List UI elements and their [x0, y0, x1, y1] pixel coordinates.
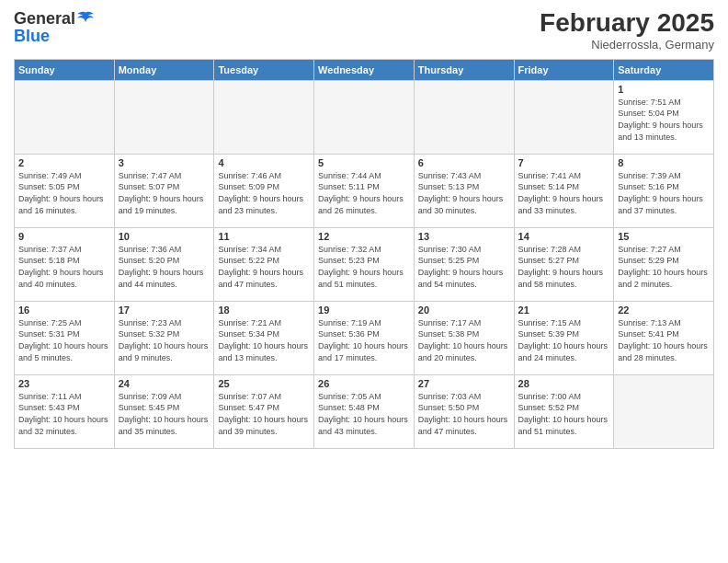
calendar-day-cell: 25Sunrise: 7:07 AMSunset: 5:47 PMDayligh…: [214, 374, 314, 448]
day-number: 9: [18, 231, 110, 242]
calendar-day-cell: [214, 80, 314, 154]
calendar-day-cell: 22Sunrise: 7:13 AMSunset: 5:41 PMDayligh…: [614, 301, 714, 374]
calendar-week-row: 23Sunrise: 7:11 AMSunset: 5:43 PMDayligh…: [15, 374, 714, 448]
day-number: 6: [418, 157, 510, 168]
calendar-day-cell: 16Sunrise: 7:25 AMSunset: 5:31 PMDayligh…: [15, 301, 115, 374]
calendar-weekday-header: Thursday: [414, 59, 514, 80]
calendar-day-cell: 11Sunrise: 7:34 AMSunset: 5:22 PMDayligh…: [214, 227, 314, 301]
calendar-weekday-header: Wednesday: [314, 59, 415, 80]
day-number: 16: [18, 304, 110, 316]
calendar-day-cell: 3Sunrise: 7:47 AMSunset: 5:07 PMDaylight…: [114, 154, 214, 227]
calendar-day-cell: 4Sunrise: 7:46 AMSunset: 5:09 PMDaylight…: [214, 154, 314, 227]
calendar-day-cell: [514, 80, 614, 154]
day-info: Sunrise: 7:21 AMSunset: 5:34 PMDaylight:…: [218, 317, 310, 363]
day-info: Sunrise: 7:32 AMSunset: 5:23 PMDaylight:…: [318, 244, 410, 290]
day-info: Sunrise: 7:05 AMSunset: 5:48 PMDaylight:…: [318, 391, 410, 437]
day-info: Sunrise: 7:34 AMSunset: 5:22 PMDaylight:…: [218, 244, 310, 290]
calendar-day-cell: 27Sunrise: 7:03 AMSunset: 5:50 PMDayligh…: [414, 374, 514, 448]
day-number: 17: [119, 304, 210, 316]
month-title: February 2025: [540, 9, 714, 38]
header: General Blue February 2025 Niederrossla,…: [14, 9, 714, 52]
day-number: 3: [119, 157, 210, 168]
day-info: Sunrise: 7:17 AMSunset: 5:38 PMDaylight:…: [418, 317, 510, 363]
calendar-day-cell: 9Sunrise: 7:37 AMSunset: 5:18 PMDaylight…: [15, 227, 115, 301]
calendar-weekday-header: Saturday: [614, 59, 714, 80]
calendar-header-row: SundayMondayTuesdayWednesdayThursdayFrid…: [15, 59, 714, 80]
calendar-day-cell: 28Sunrise: 7:00 AMSunset: 5:52 PMDayligh…: [514, 374, 614, 448]
day-info: Sunrise: 7:13 AMSunset: 5:41 PMDaylight:…: [618, 317, 710, 363]
location: Niederrossla, Germany: [540, 38, 714, 52]
logo-bird-icon: [77, 11, 94, 24]
day-number: 11: [218, 231, 310, 242]
calendar-week-row: 1Sunrise: 7:51 AMSunset: 5:04 PMDaylight…: [15, 80, 714, 154]
calendar-day-cell: 13Sunrise: 7:30 AMSunset: 5:25 PMDayligh…: [414, 227, 514, 301]
calendar-weekday-header: Tuesday: [214, 59, 314, 80]
calendar-day-cell: [314, 80, 415, 154]
logo-general-text: General: [14, 9, 75, 29]
calendar-day-cell: 12Sunrise: 7:32 AMSunset: 5:23 PMDayligh…: [314, 227, 415, 301]
calendar-day-cell: [114, 80, 214, 154]
day-number: 10: [119, 231, 210, 242]
day-info: Sunrise: 7:46 AMSunset: 5:09 PMDaylight:…: [218, 170, 310, 216]
calendar-day-cell: 1Sunrise: 7:51 AMSunset: 5:04 PMDaylight…: [614, 80, 714, 154]
calendar-day-cell: 20Sunrise: 7:17 AMSunset: 5:38 PMDayligh…: [414, 301, 514, 374]
day-info: Sunrise: 7:00 AMSunset: 5:52 PMDaylight:…: [518, 391, 610, 437]
calendar-table: SundayMondayTuesdayWednesdayThursdayFrid…: [14, 59, 714, 449]
calendar-day-cell: 15Sunrise: 7:27 AMSunset: 5:29 PMDayligh…: [614, 227, 714, 301]
calendar-day-cell: [414, 80, 514, 154]
day-info: Sunrise: 7:11 AMSunset: 5:43 PMDaylight:…: [18, 391, 110, 437]
day-number: 26: [318, 378, 410, 389]
day-info: Sunrise: 7:03 AMSunset: 5:50 PMDaylight:…: [418, 391, 510, 437]
calendar-day-cell: 17Sunrise: 7:23 AMSunset: 5:32 PMDayligh…: [114, 301, 214, 374]
calendar-day-cell: 10Sunrise: 7:36 AMSunset: 5:20 PMDayligh…: [114, 227, 214, 301]
day-info: Sunrise: 7:39 AMSunset: 5:16 PMDaylight:…: [618, 170, 710, 216]
day-number: 15: [618, 231, 710, 242]
day-number: 25: [218, 378, 310, 389]
day-number: 23: [18, 378, 110, 389]
day-number: 18: [218, 304, 310, 316]
title-block: February 2025 Niederrossla, Germany: [540, 9, 714, 52]
day-info: Sunrise: 7:09 AMSunset: 5:45 PMDaylight:…: [119, 391, 210, 437]
day-info: Sunrise: 7:51 AMSunset: 5:04 PMDaylight:…: [618, 97, 710, 143]
calendar-day-cell: 2Sunrise: 7:49 AMSunset: 5:05 PMDaylight…: [15, 154, 115, 227]
calendar-day-cell: 23Sunrise: 7:11 AMSunset: 5:43 PMDayligh…: [15, 374, 115, 448]
day-number: 1: [618, 84, 710, 95]
day-info: Sunrise: 7:43 AMSunset: 5:13 PMDaylight:…: [418, 170, 510, 216]
calendar-day-cell: 24Sunrise: 7:09 AMSunset: 5:45 PMDayligh…: [114, 374, 214, 448]
calendar-day-cell: 5Sunrise: 7:44 AMSunset: 5:11 PMDaylight…: [314, 154, 415, 227]
day-info: Sunrise: 7:44 AMSunset: 5:11 PMDaylight:…: [318, 170, 410, 216]
calendar-week-row: 16Sunrise: 7:25 AMSunset: 5:31 PMDayligh…: [15, 301, 714, 374]
day-info: Sunrise: 7:28 AMSunset: 5:27 PMDaylight:…: [518, 244, 610, 290]
calendar-week-row: 2Sunrise: 7:49 AMSunset: 5:05 PMDaylight…: [15, 154, 714, 227]
calendar-day-cell: 14Sunrise: 7:28 AMSunset: 5:27 PMDayligh…: [514, 227, 614, 301]
day-number: 8: [618, 157, 710, 168]
day-info: Sunrise: 7:19 AMSunset: 5:36 PMDaylight:…: [318, 317, 410, 363]
day-info: Sunrise: 7:37 AMSunset: 5:18 PMDaylight:…: [18, 244, 110, 290]
calendar-day-cell: 19Sunrise: 7:19 AMSunset: 5:36 PMDayligh…: [314, 301, 415, 374]
day-number: 13: [418, 231, 510, 242]
day-number: 28: [518, 378, 610, 389]
day-info: Sunrise: 7:47 AMSunset: 5:07 PMDaylight:…: [119, 170, 210, 216]
day-number: 2: [18, 157, 110, 168]
calendar-day-cell: 8Sunrise: 7:39 AMSunset: 5:16 PMDaylight…: [614, 154, 714, 227]
calendar-day-cell: 18Sunrise: 7:21 AMSunset: 5:34 PMDayligh…: [214, 301, 314, 374]
calendar-day-cell: 6Sunrise: 7:43 AMSunset: 5:13 PMDaylight…: [414, 154, 514, 227]
day-number: 21: [518, 304, 610, 316]
day-number: 5: [318, 157, 410, 168]
day-number: 24: [119, 378, 210, 389]
day-info: Sunrise: 7:23 AMSunset: 5:32 PMDaylight:…: [119, 317, 210, 363]
calendar-weekday-header: Friday: [514, 59, 614, 80]
day-info: Sunrise: 7:41 AMSunset: 5:14 PMDaylight:…: [518, 170, 610, 216]
calendar-day-cell: [15, 80, 115, 154]
calendar-weekday-header: Sunday: [15, 59, 115, 80]
page-container: General Blue February 2025 Niederrossla,…: [0, 0, 728, 458]
day-info: Sunrise: 7:36 AMSunset: 5:20 PMDaylight:…: [119, 244, 210, 290]
calendar-weekday-header: Monday: [114, 59, 214, 80]
day-number: 27: [418, 378, 510, 389]
day-info: Sunrise: 7:07 AMSunset: 5:47 PMDaylight:…: [218, 391, 310, 437]
calendar-week-row: 9Sunrise: 7:37 AMSunset: 5:18 PMDaylight…: [15, 227, 714, 301]
day-number: 20: [418, 304, 510, 316]
day-number: 19: [318, 304, 410, 316]
day-number: 22: [618, 304, 710, 316]
day-info: Sunrise: 7:25 AMSunset: 5:31 PMDaylight:…: [18, 317, 110, 363]
